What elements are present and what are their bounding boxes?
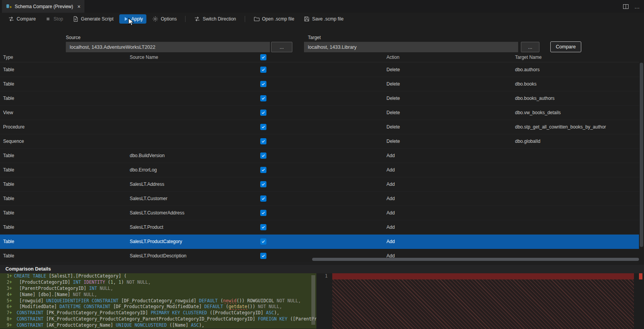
- row-action: Add: [386, 220, 395, 234]
- include-checkbox[interactable]: [260, 181, 266, 187]
- row-source-name: SalesLT.Customer: [130, 192, 167, 206]
- row-checkbox-cell: [260, 110, 266, 117]
- compare-label: Compare: [17, 16, 36, 22]
- row-checkbox-cell: [260, 124, 266, 131]
- diff-target-pane[interactable]: 1: [319, 273, 639, 329]
- include-checkbox[interactable]: [260, 124, 266, 130]
- row-checkbox-cell: [260, 195, 266, 202]
- row-target-name: dbo.globalId: [515, 134, 540, 148]
- compare-action-button[interactable]: Compare: [550, 41, 581, 52]
- table-row[interactable]: TableSalesLT.ProductCategoryAdd: [0, 235, 639, 249]
- table-row[interactable]: Tabledbo.BuildVersionAdd: [0, 149, 639, 163]
- include-checkbox[interactable]: [260, 110, 266, 116]
- table-row[interactable]: Tabledbo.ErrorLogAdd: [0, 163, 639, 177]
- column-type[interactable]: Type: [3, 55, 13, 60]
- table-row[interactable]: ViewDeletedbo.vw_books_details: [0, 106, 639, 120]
- open-file-icon: [254, 16, 260, 22]
- generate-script-label: Generate Script: [81, 16, 113, 22]
- include-checkbox[interactable]: [260, 210, 266, 216]
- row-type: Table: [3, 91, 14, 105]
- apply-button[interactable]: Apply: [119, 14, 146, 24]
- row-source-name: SalesLT.CustomerAddress: [130, 206, 184, 220]
- code-line: 1+CREATE TABLE [SalesLT].[ProductCategor…: [0, 273, 316, 279]
- line-number: 4+: [0, 292, 14, 298]
- row-source-name: SalesLT.Product: [130, 220, 163, 234]
- row-checkbox-cell: [260, 81, 266, 88]
- switch-direction-label: Switch Direction: [203, 16, 236, 22]
- include-checkbox[interactable]: [260, 253, 266, 259]
- include-checkbox[interactable]: [260, 167, 266, 173]
- table-row[interactable]: TableSalesLT.AddressAdd: [0, 177, 639, 192]
- table-row[interactable]: TableSalesLT.ProductAdd: [0, 220, 639, 235]
- row-type: Sequence: [3, 134, 24, 148]
- table-row[interactable]: TableSalesLT.CustomerAddressAdd: [0, 206, 639, 220]
- vertical-scrollbar[interactable]: [640, 63, 643, 247]
- generate-script-button[interactable]: Generate Script: [69, 14, 117, 24]
- row-source-name: SalesLT.ProductDescription: [130, 249, 187, 263]
- include-checkbox[interactable]: [260, 195, 266, 202]
- diff-empty-region: [332, 279, 634, 329]
- stop-label: Stop: [53, 16, 63, 22]
- code-line: 6+ [ModifiedDate] DATETIME CONSTRAINT [D…: [0, 304, 316, 310]
- line-number: 3+: [0, 286, 14, 292]
- target-input[interactable]: [304, 42, 518, 52]
- toolbar-separator: [245, 16, 245, 22]
- options-button[interactable]: Options: [149, 14, 180, 24]
- include-checkbox[interactable]: [260, 95, 266, 101]
- table-row[interactable]: TableDeletedbo.books: [0, 77, 639, 91]
- schema-compare-icon: [6, 3, 12, 10]
- code-line: 4+ [Name] [dbo].[Name] NOT NULL,: [0, 292, 316, 298]
- include-checkbox[interactable]: [260, 67, 266, 73]
- source-browse-button[interactable]: ...: [271, 42, 292, 52]
- more-actions-icon[interactable]: …: [634, 3, 640, 10]
- tab-bar: Schema Compare (Preview) × …: [0, 0, 644, 13]
- line-number: 7+: [0, 310, 14, 316]
- tab-schema-compare[interactable]: Schema Compare (Preview) ×: [2, 0, 84, 13]
- code-line: 9+ CONSTRAINT [AK_ProductCategory_Name] …: [0, 322, 316, 329]
- column-source-name[interactable]: Source Name: [130, 55, 158, 60]
- column-target-name[interactable]: Target Name: [515, 55, 542, 60]
- row-target-name: dbo.authors: [515, 63, 539, 77]
- row-checkbox-cell: [260, 153, 266, 159]
- include-checkbox[interactable]: [260, 238, 266, 245]
- source-input[interactable]: [66, 42, 270, 52]
- options-label: Options: [161, 16, 177, 22]
- row-action: Delete: [386, 91, 400, 105]
- comparison-details-title: Comparison Details: [5, 266, 51, 272]
- code-line: 5+ [rowguid] UNIQUEIDENTIFIER CONSTRAINT…: [0, 298, 316, 304]
- stop-icon: [45, 16, 51, 22]
- split-editor-icon[interactable]: [623, 3, 629, 10]
- save-icon: [304, 16, 310, 22]
- comparison-details-header: Comparison Details: [0, 265, 644, 273]
- row-action: Delete: [386, 63, 400, 77]
- table-row[interactable]: TableSalesLT.CustomerAdd: [0, 192, 639, 206]
- include-checkbox[interactable]: [260, 81, 266, 87]
- select-all-checkbox[interactable]: [260, 54, 266, 60]
- horizontal-scrollbar[interactable]: [312, 258, 639, 261]
- table-row[interactable]: TableDeletedbo.books_authors: [0, 91, 639, 106]
- column-action[interactable]: Action: [386, 55, 399, 60]
- row-action: Add: [386, 163, 395, 177]
- code-line: 3+ [ParentProductCategoryID] INT NULL,: [0, 286, 316, 292]
- open-scmp-button[interactable]: Open .scmp file: [250, 14, 298, 24]
- table-row[interactable]: TableDeletedbo.authors: [0, 63, 639, 77]
- row-type: Table: [3, 177, 14, 191]
- row-type: Table: [3, 149, 14, 163]
- play-icon: [123, 16, 129, 22]
- include-checkbox[interactable]: [260, 224, 266, 230]
- save-scmp-button[interactable]: Save .scmp file: [300, 14, 347, 24]
- grid-header: Type Source Name Action Target Name: [0, 54, 639, 62]
- diff-left-scrollbar[interactable]: [311, 275, 315, 325]
- target-browse-button[interactable]: ...: [521, 42, 539, 52]
- table-row[interactable]: ProcedureDeletedbo.stp_get_all_cowritten…: [0, 120, 639, 134]
- table-row[interactable]: TableSalesLT.ProductDescriptionAdd: [0, 249, 639, 263]
- row-checkbox-cell: [260, 238, 266, 245]
- tab-title: Schema Compare (Preview): [15, 4, 73, 9]
- include-checkbox[interactable]: [260, 138, 266, 144]
- close-icon[interactable]: ×: [77, 4, 81, 9]
- switch-direction-button[interactable]: Switch Direction: [191, 14, 239, 24]
- table-row[interactable]: SequenceDeletedbo.globalId: [0, 134, 639, 149]
- include-checkbox[interactable]: [260, 153, 266, 159]
- diff-source-pane[interactable]: 1+CREATE TABLE [SalesLT].[ProductCategor…: [0, 273, 316, 329]
- compare-toolbar-button[interactable]: Compare: [5, 14, 39, 24]
